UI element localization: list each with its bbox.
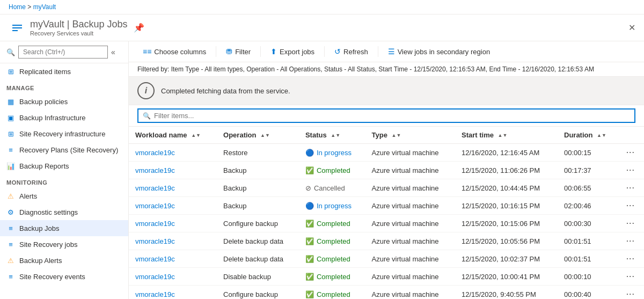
cell-type: Azure virtual machine <box>365 162 455 179</box>
sidebar-item-site-recovery-jobs[interactable]: ≡ Site Recovery jobs <box>0 236 128 252</box>
export-jobs-button[interactable]: ⬆ Export jobs <box>265 45 320 59</box>
col-workload-name[interactable]: Workload name ▲▼ <box>129 127 217 144</box>
cell-workload[interactable]: vmoracle19c <box>129 162 217 179</box>
sidebar-item-diagnostic-settings[interactable]: ⚙ Diagnostic settings <box>0 204 128 220</box>
more-button[interactable]: ··· <box>626 236 635 245</box>
view-jobs-secondary-button[interactable]: ☰ View jobs in secondary region <box>383 45 495 59</box>
sort-workload-icon[interactable]: ▲▼ <box>191 133 201 138</box>
cell-status: ✅ Completed <box>299 250 365 268</box>
view-secondary-icon: ☰ <box>388 47 395 56</box>
col-type[interactable]: Type ▲▼ <box>365 127 455 144</box>
sidebar-item-replicated-items[interactable]: ⊞ Replicated items <box>0 63 128 79</box>
sidebar-item-backup-alerts[interactable]: ⚠ Backup Alerts <box>0 252 128 268</box>
status-icon: 🔵 <box>305 149 314 157</box>
status-icon: ✅ <box>305 220 314 228</box>
cell-workload[interactable]: vmoracle19c <box>129 250 217 268</box>
more-button[interactable]: ··· <box>626 254 635 263</box>
cell-duration: 00:00:10 <box>558 268 620 286</box>
more-button[interactable]: ··· <box>626 201 635 210</box>
cell-status: ✅ Completed <box>299 286 365 300</box>
sidebar-item-backup-reports[interactable]: 📊 Backup Reports <box>0 158 128 174</box>
cell-more[interactable]: ··· <box>620 268 644 286</box>
cell-workload[interactable]: vmoracle19c <box>129 197 217 215</box>
search-icon: 🔍 <box>6 48 15 56</box>
manage-section-label: Manage <box>0 79 128 93</box>
more-button[interactable]: ··· <box>626 272 635 281</box>
search-input[interactable] <box>18 46 108 59</box>
collapse-button[interactable]: « <box>111 48 122 56</box>
cell-more[interactable]: ··· <box>620 286 644 300</box>
cell-more[interactable]: ··· <box>620 144 644 162</box>
site-recovery-infrastructure-icon: ⊞ <box>6 129 15 138</box>
cell-duration: 02:00:46 <box>558 197 620 215</box>
sort-duration-icon[interactable]: ▲▼ <box>597 133 606 138</box>
status-icon: ✅ <box>305 273 314 281</box>
cell-workload[interactable]: vmoracle19c <box>129 215 217 232</box>
columns-icon: ≡≡ <box>143 47 151 56</box>
filter-text: Filtered by: Item Type - All item types,… <box>137 65 594 73</box>
cell-type: Azure virtual machine <box>365 215 455 232</box>
cell-operation: Backup <box>217 197 299 215</box>
sidebar-item-site-recovery-infrastructure[interactable]: ⊞ Site Recovery infrastructure <box>0 126 128 142</box>
close-icon[interactable]: ✕ <box>628 23 635 33</box>
toolbar-divider-2 <box>260 46 261 57</box>
col-duration[interactable]: Duration ▲▼ <box>558 127 620 144</box>
more-button[interactable]: ··· <box>626 218 635 228</box>
cell-workload[interactable]: vmoracle19c <box>129 232 217 250</box>
backup-jobs-label: Backup Jobs <box>19 224 59 232</box>
sidebar-item-backup-infrastructure[interactable]: ▣ Backup Infrastructure <box>0 110 128 126</box>
backup-alerts-label: Backup Alerts <box>19 257 62 265</box>
filter-items-input[interactable] <box>154 112 630 120</box>
vault-icon <box>9 19 26 37</box>
main-content: ≡≡ Choose columns ⛃ Filter ⬆ Export jobs… <box>129 41 644 299</box>
col-start-time[interactable]: Start time ▲▼ <box>455 127 558 144</box>
table-row: vmoracle19c Configure backup ✅ Completed… <box>129 215 644 232</box>
choose-columns-button[interactable]: ≡≡ Choose columns <box>137 45 211 59</box>
col-status[interactable]: Status ▲▼ <box>299 127 365 144</box>
sort-status-icon[interactable]: ▲▼ <box>331 133 340 138</box>
toolbar-divider-1 <box>216 46 216 57</box>
cell-operation: Configure backup <box>217 215 299 232</box>
more-button[interactable]: ··· <box>626 289 635 298</box>
sort-start-time-icon[interactable]: ▲▼ <box>498 133 508 138</box>
cell-workload[interactable]: vmoracle19c <box>129 179 217 197</box>
cell-operation: Restore <box>217 144 299 162</box>
col-operation[interactable]: Operation ▲▼ <box>217 127 299 144</box>
status-icon: 🔵 <box>305 202 314 210</box>
sort-operation-icon[interactable]: ▲▼ <box>260 133 270 138</box>
cell-more[interactable]: ··· <box>620 250 644 268</box>
sidebar-item-alerts[interactable]: ⚠ Alerts <box>0 188 128 204</box>
cell-workload[interactable]: vmoracle19c <box>129 286 217 300</box>
vault-link[interactable]: myVault <box>33 3 56 11</box>
page-title: myVault | Backup Jobs <box>30 19 127 30</box>
toolbar-divider-3 <box>324 46 325 57</box>
table-row: vmoracle19c Restore 🔵 In progress Azure … <box>129 144 644 162</box>
sort-type-icon[interactable]: ▲▼ <box>392 133 401 138</box>
cell-workload[interactable]: vmoracle19c <box>129 268 217 286</box>
status-icon: ⊘ <box>305 184 311 192</box>
backup-alerts-icon: ⚠ <box>6 256 15 265</box>
sidebar-item-recovery-plans[interactable]: ≡ Recovery Plans (Site Recovery) <box>0 142 128 158</box>
cell-duration: 00:17:37 <box>558 162 620 179</box>
more-button[interactable]: ··· <box>626 165 635 174</box>
more-button[interactable]: ··· <box>626 183 635 192</box>
cell-more[interactable]: ··· <box>620 197 644 215</box>
status-icon: ✅ <box>305 166 314 174</box>
home-link[interactable]: Home <box>9 3 26 11</box>
sidebar-item-backup-jobs[interactable]: ≡ Backup Jobs <box>0 220 128 236</box>
cell-operation: Configure backup <box>217 286 299 300</box>
cell-more[interactable]: ··· <box>620 162 644 179</box>
sidebar-item-site-recovery-events[interactable]: ≡ Site Recovery events <box>0 268 128 285</box>
jobs-table: Workload name ▲▼ Operation ▲▼ Status ▲▼ <box>129 127 644 299</box>
refresh-button[interactable]: ↺ Refresh <box>329 45 374 59</box>
sidebar-search-row: 🔍 « <box>0 41 128 63</box>
sidebar-item-backup-policies[interactable]: ▦ Backup policies <box>0 93 128 110</box>
cell-more[interactable]: ··· <box>620 232 644 250</box>
cell-workload[interactable]: vmoracle19c <box>129 144 217 162</box>
more-button[interactable]: ··· <box>626 148 635 157</box>
filter-button[interactable]: ⛃ Filter <box>221 45 256 59</box>
cell-more[interactable]: ··· <box>620 215 644 232</box>
pin-icon[interactable]: 📌 <box>134 23 144 33</box>
backup-policies-icon: ▦ <box>6 97 15 106</box>
cell-more[interactable]: ··· <box>620 179 644 197</box>
